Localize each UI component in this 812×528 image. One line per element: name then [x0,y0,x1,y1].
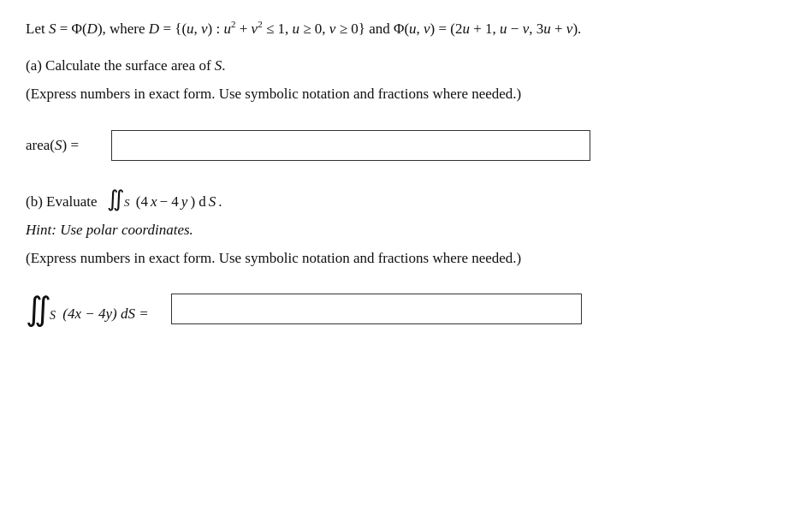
big-double-integral: ∬ [26,295,51,323]
hint-text: Hint: Use polar coordinates. [26,218,778,241]
var-s: S [49,21,56,37]
part-b-intro: (b) Evaluate ∬S (4x − 4y) dS. [26,188,778,213]
part-b-section: (b) Evaluate ∬S (4x − 4y) dS. Hint: Use … [26,188,778,325]
problem-header: Let S = Φ(D), where D = {(u, v) : u2 + v… [26,17,778,40]
integral-expr: (4x − 4y) dS = [62,306,148,323]
area-label: area(S) = [26,137,103,154]
phi-symbol: Φ [72,21,82,37]
part-a-label: (a) Calculate the surface area of S. [26,54,778,77]
integral-s-subscript: S [50,309,56,323]
area-input[interactable] [111,130,590,161]
answer-row-b: ∬ S (4x − 4y) dS = [26,294,778,324]
integral-answer-input[interactable] [171,294,582,324]
answer-row-a: area(S) = [26,130,778,161]
content-wrapper: Let S = Φ(D), where D = {(u, v) : u2 + v… [26,17,778,324]
double-integral-inline: ∬ [107,188,125,211]
integral-label-b: ∬ S (4x − 4y) dS = [26,295,163,323]
part-a-instruction: (Express numbers in exact form. Use symb… [26,82,778,105]
part-b-instruction: (Express numbers in exact form. Use symb… [26,246,778,270]
